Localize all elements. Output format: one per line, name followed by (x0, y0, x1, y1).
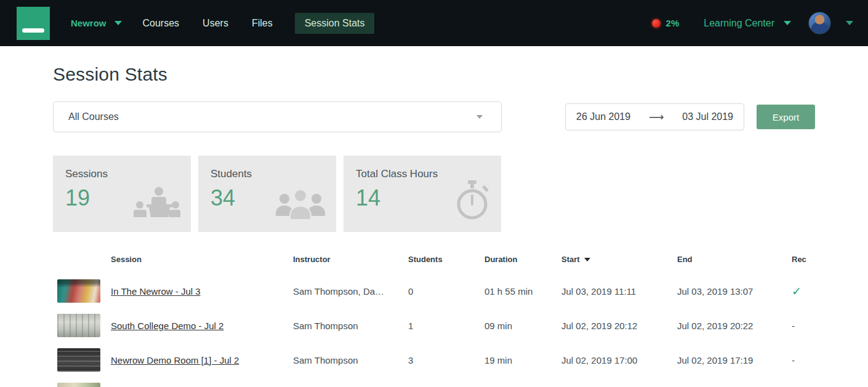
start-cell: Jul 02, 2019 17:00 (561, 355, 677, 365)
column-end[interactable]: End (677, 255, 792, 264)
status-percent: 2% (666, 18, 680, 28)
brand-label: Newrow (71, 18, 106, 28)
students-cell: 3 (408, 355, 484, 365)
navbar-right: 2% Learning Center (652, 12, 853, 34)
stat-cards: Sessions 19 Students (53, 156, 815, 232)
instructor-cell: Sam Thompson (293, 355, 408, 365)
students-group-icon (275, 188, 326, 223)
chevron-down-icon (784, 21, 791, 25)
table-row[interactable]: South College Demo - Jul 2 Sam Thompson … (53, 308, 815, 343)
table-row[interactable]: Newrow Demo Room [1] - Jul 2 Sam Thompso… (53, 343, 815, 377)
stat-card-total-class-hours: Total Class Hours 14 (344, 156, 501, 232)
main-content: Session Stats All Courses 26 Jun 2019 ⟶ … (0, 46, 868, 387)
duration-cell: 09 min (484, 321, 561, 331)
session-link[interactable]: South College Demo - Jul 2 (111, 321, 293, 331)
filter-row: All Courses 26 Jun 2019 ⟶ 03 Jul 2019 Ex… (53, 102, 815, 132)
instructor-cell: Sam Thompson (293, 321, 408, 331)
date-to-value: 03 Jul 2019 (682, 111, 733, 122)
main-nav: Courses Users Files Session Stats (142, 13, 375, 34)
stat-label: Sessions (65, 168, 179, 180)
presenter-audience-icon (133, 186, 181, 223)
end-cell: Jul 03, 2019 13:07 (677, 286, 792, 297)
nav-session-stats[interactable]: Session Stats (295, 13, 375, 34)
stat-card-students: Students 34 (198, 156, 336, 232)
not-recorded-dash: - (792, 321, 815, 331)
end-cell: Jul 02, 2019 20:22 (677, 321, 792, 331)
students-cell: 1 (408, 321, 484, 331)
instructor-cell: Sam Thompson, Da… (293, 286, 408, 297)
session-link[interactable]: In The Newrow - Jul 3 (111, 286, 293, 297)
date-range-picker[interactable]: 26 Jun 2019 ⟶ 03 Jul 2019 (565, 103, 744, 130)
filter-right: 26 Jun 2019 ⟶ 03 Jul 2019 Export (565, 103, 815, 130)
chevron-down-icon (115, 21, 122, 25)
stat-label: Total Class Hours (356, 168, 489, 180)
column-students[interactable]: Students (408, 255, 484, 264)
session-thumbnail[interactable] (57, 383, 100, 387)
nav-files[interactable]: Files (251, 13, 274, 34)
start-cell: Jul 03, 2019 11:11 (561, 286, 677, 297)
newrow-logo[interactable] (17, 7, 50, 40)
brand-menu[interactable]: Newrow (71, 18, 122, 28)
recorded-check-icon: ✓ (792, 284, 815, 298)
arrow-right-icon: ⟶ (649, 111, 664, 124)
stopwatch-icon (453, 180, 491, 223)
nav-users[interactable]: Users (201, 13, 230, 34)
sessions-table: Session Instructor Students Duration Sta… (53, 252, 815, 387)
recording-dot-icon (652, 19, 661, 28)
course-filter-select[interactable]: All Courses (53, 102, 502, 132)
duration-cell: 01 h 55 min (484, 286, 561, 297)
students-cell: 0 (408, 286, 484, 297)
logo-bar-icon (22, 28, 44, 33)
column-instructor[interactable]: Instructor (293, 255, 408, 264)
column-session[interactable]: Session (111, 255, 293, 264)
learning-center-menu[interactable]: Learning Center (704, 18, 791, 29)
avatar[interactable] (808, 12, 831, 34)
table-header: Session Instructor Students Duration Sta… (53, 252, 815, 266)
session-thumbnail[interactable] (57, 314, 100, 337)
top-navbar: Newrow Courses Users Files Session Stats… (0, 0, 868, 46)
session-thumbnail[interactable] (57, 279, 100, 303)
not-recorded-dash: - (792, 355, 815, 365)
stat-label: Students (211, 168, 324, 180)
chevron-down-icon (476, 115, 483, 119)
duration-cell: 19 min (484, 355, 561, 365)
start-cell: Jul 02, 2019 20:12 (561, 321, 677, 331)
date-from-value: 26 Jun 2019 (576, 111, 630, 122)
end-cell: Jul 02, 2019 17:19 (677, 355, 792, 365)
sort-desc-icon (584, 258, 590, 261)
learning-center-label: Learning Center (704, 18, 774, 29)
stat-card-sessions: Sessions 19 (53, 156, 191, 232)
session-link[interactable]: Newrow Demo Room [1] - Jul 2 (111, 355, 293, 365)
table-row[interactable]: In The Newrow - Jul 3 Sam Thompson, Da… … (53, 274, 815, 308)
course-filter-value: All Courses (68, 111, 119, 122)
session-thumbnail[interactable] (57, 348, 100, 372)
table-row-partial[interactable] (53, 377, 815, 387)
column-rec[interactable]: Rec (792, 255, 815, 264)
export-button[interactable]: Export (757, 105, 815, 129)
page-title: Session Stats (53, 63, 815, 86)
column-duration[interactable]: Duration (484, 255, 561, 264)
user-menu-chevron-icon[interactable] (846, 21, 853, 25)
nav-courses[interactable]: Courses (142, 13, 181, 34)
column-start[interactable]: Start (561, 255, 677, 264)
